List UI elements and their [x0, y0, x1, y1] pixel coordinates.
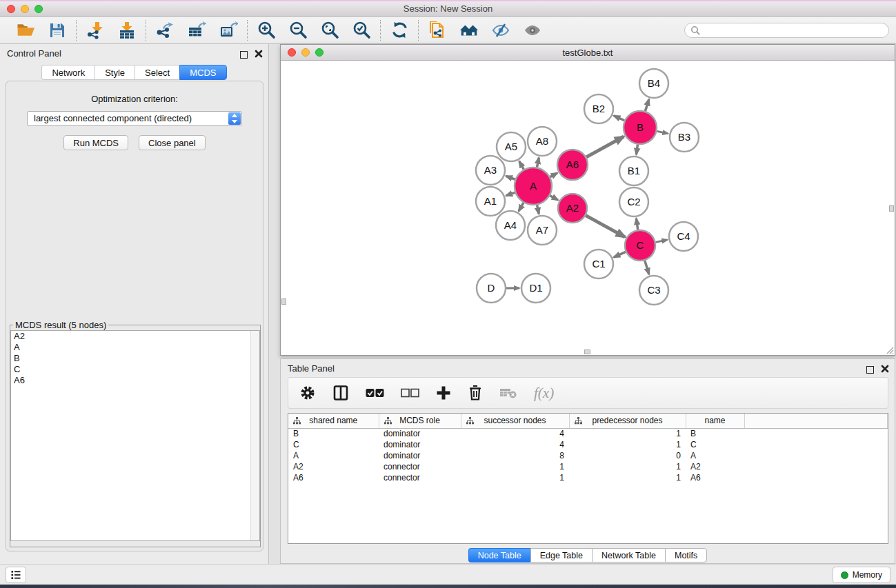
delete-table-icon[interactable]: [499, 387, 517, 399]
show-details-eye-icon[interactable]: [523, 21, 542, 40]
graph-edge-A-A7[interactable]: [537, 205, 539, 214]
hierarchy-icon: [466, 417, 474, 427]
graph-edge-A-A1[interactable]: [506, 192, 515, 196]
mcds-result-item[interactable]: A6: [11, 375, 259, 386]
tab-network-table[interactable]: Network Table: [592, 548, 665, 562]
graph-edge-A-A2[interactable]: [550, 196, 558, 201]
mcds-result-item[interactable]: A2: [11, 331, 259, 342]
table-panel-header: Table Panel: [281, 359, 895, 377]
graph-edge-A-A4[interactable]: [519, 203, 524, 211]
task-history-button[interactable]: [6, 567, 26, 583]
mcds-result-item[interactable]: B: [11, 353, 259, 364]
desktop-background: [0, 585, 896, 588]
graph-edge-C-C3[interactable]: [645, 261, 649, 274]
add-column-icon[interactable]: [436, 385, 451, 401]
tab-network[interactable]: Network: [41, 65, 94, 80]
memory-label: Memory: [853, 570, 882, 580]
graph-edge-A6-B[interactable]: [586, 136, 624, 157]
deselect-all-checkbox-icon[interactable]: [401, 387, 419, 398]
tab-style[interactable]: Style: [94, 65, 135, 80]
select-all-checkbox-icon[interactable]: [366, 387, 384, 398]
network-from-selection-icon[interactable]: [428, 21, 447, 40]
mcds-result-item[interactable]: C: [11, 364, 259, 375]
window-resize-grip[interactable]: [884, 345, 894, 354]
column-header-filler: [744, 414, 888, 428]
frame-resize-mark[interactable]: [889, 205, 894, 212]
criterion-dropdown[interactable]: largest connected component (directed): [27, 111, 242, 126]
graph-edge-A-A3[interactable]: [506, 176, 515, 179]
tab-motifs[interactable]: Motifs: [665, 548, 707, 562]
close-panel-button[interactable]: Close panel: [139, 135, 206, 150]
graph-edge-B-B1[interactable]: [636, 145, 637, 154]
save-session-icon[interactable]: [48, 21, 67, 40]
graph-node-label-A2: A2: [566, 202, 579, 214]
column-header-predecessor-nodes[interactable]: predecessor nodes: [569, 414, 686, 428]
open-session-icon[interactable]: [16, 21, 35, 40]
tab-mcds[interactable]: MCDS: [179, 65, 226, 80]
tab-edge-table[interactable]: Edge Table: [530, 548, 592, 562]
tab-select[interactable]: Select: [135, 65, 179, 80]
graph-edge-A-A8[interactable]: [537, 158, 539, 168]
table-header-row: shared name MCDS role successor nodes pr…: [288, 414, 888, 428]
export-image-icon[interactable]: [219, 21, 238, 40]
graph-node-label-B2: B2: [593, 103, 605, 114]
column-header-successor-nodes[interactable]: successor nodes: [461, 414, 569, 428]
mcds-result-item[interactable]: A: [11, 342, 259, 353]
column-header-shared-name[interactable]: shared name: [288, 414, 379, 428]
float-table-panel-icon[interactable]: [866, 366, 874, 374]
refresh-icon[interactable]: [390, 21, 409, 40]
search-input[interactable]: [684, 23, 889, 38]
zoom-selected-icon[interactable]: [352, 21, 371, 40]
column-header-name[interactable]: name: [686, 414, 744, 428]
column-header-mcds-role[interactable]: MCDS role: [379, 414, 461, 428]
graph-edge-A-A5[interactable]: [519, 161, 524, 170]
window-titlebar: Session: New Session: [0, 1, 896, 17]
close-panel-icon[interactable]: [255, 48, 263, 61]
graph-edge-B-B2[interactable]: [614, 116, 624, 121]
zoom-out-icon[interactable]: [288, 21, 308, 40]
table-toolbar: f(x): [288, 377, 888, 409]
close-table-panel-icon[interactable]: [881, 363, 889, 376]
search-box: [684, 23, 889, 38]
table-row[interactable]: A6connector 11 A6: [288, 472, 888, 483]
list-scrollbar[interactable]: [250, 331, 259, 540]
table-settings-gear-icon[interactable]: [299, 385, 316, 401]
float-panel-icon[interactable]: [240, 51, 248, 59]
export-network-icon[interactable]: [155, 21, 175, 40]
delete-column-trash-icon[interactable]: [468, 385, 483, 401]
main-toolbar: [0, 17, 896, 44]
show-column-icon[interactable]: [332, 385, 349, 401]
criterion-dropdown-value: largest connected component (directed): [28, 112, 241, 125]
graph-edge-C-C1[interactable]: [614, 252, 626, 257]
table-panel-title: Table Panel: [288, 363, 335, 374]
export-table-icon[interactable]: [187, 21, 206, 40]
table-row[interactable]: A2connector 11 A2: [288, 461, 888, 472]
graph-edge-A-A6[interactable]: [550, 173, 557, 177]
graph-edge-A2-C[interactable]: [586, 216, 625, 237]
zoom-fit-icon[interactable]: [320, 21, 339, 40]
import-network-icon[interactable]: [86, 21, 105, 40]
table-panel: Table Panel: [280, 358, 895, 564]
network-canvas[interactable]: AA1A2A3A4A5A6A7A8BB1B2B3B4CC1C2C3C4DD1: [281, 61, 895, 355]
home-layout-icon[interactable]: [459, 21, 479, 40]
frame-resize-mark[interactable]: [584, 349, 590, 354]
control-panel-header: Control Panel: [0, 44, 268, 62]
table-row[interactable]: Adominator 80 A: [288, 450, 888, 461]
tab-node-table[interactable]: Node Table: [468, 548, 530, 562]
graph-edge-C-C2[interactable]: [636, 219, 637, 230]
memory-button[interactable]: Memory: [833, 567, 890, 583]
table-row[interactable]: Bdominator 41 B: [288, 428, 888, 439]
graph-edge-C-C4[interactable]: [656, 240, 668, 243]
hide-details-eye-icon[interactable]: [491, 21, 510, 40]
run-mcds-button[interactable]: Run MCDS: [63, 135, 128, 150]
search-icon: [690, 26, 700, 38]
zoom-in-icon[interactable]: [257, 21, 276, 40]
graph-edge-B-B4[interactable]: [645, 99, 648, 111]
network-window-titlebar[interactable]: testGlobe.txt: [281, 45, 895, 61]
frame-resize-mark[interactable]: [281, 298, 286, 305]
table-row[interactable]: Cdominator 41 C: [288, 439, 888, 450]
graph-node-label-C3: C3: [647, 284, 660, 296]
control-panel-tabs: Network Style Select MCDS: [0, 65, 268, 80]
graph-edge-B-B3[interactable]: [657, 131, 668, 134]
import-table-icon[interactable]: [117, 21, 137, 40]
